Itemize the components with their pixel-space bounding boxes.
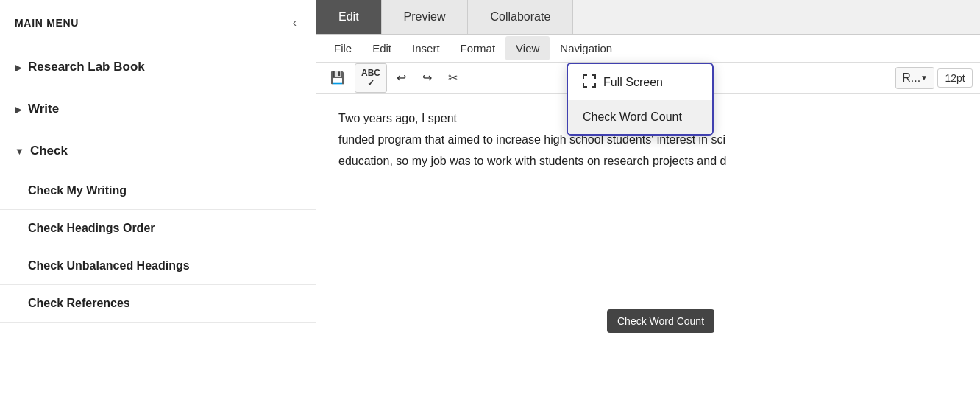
sidebar-item-label: Check [30,144,68,158]
sidebar: MAIN MENU ‹ ▶ Research Lab Book ▶ Write … [0,0,316,408]
sidebar-subitem-label: Check Headings Order [28,222,155,234]
sidebar-subitem-label: Check Unbalanced Headings [28,259,190,272]
sidebar-subitem-label: Check References [28,297,130,309]
tab-preview[interactable]: Preview [382,0,469,34]
menu-navigation[interactable]: Navigation [550,36,622,60]
sidebar-subitem-check-my-writing[interactable]: Check My Writing [0,172,316,210]
menu-format[interactable]: Format [450,36,506,60]
sidebar-subitem-check-references[interactable]: Check References [0,285,316,323]
view-dropdown: Full Screen Check Word Count [567,63,714,136]
scissors-button[interactable]: ✂ [441,66,464,89]
sidebar-subitem-check-unbalanced-headings[interactable]: Check Unbalanced Headings [0,247,316,285]
tab-edit[interactable]: Edit [316,0,382,34]
main-content: Edit Preview Collaborate File Edit Inser… [316,0,980,408]
sidebar-subitem-label: Check My Writing [28,184,127,197]
chevron-right-icon: ▶ [15,62,22,73]
save-button[interactable]: 💾 [324,66,352,89]
sidebar-title: MAIN MENU [15,17,79,29]
spellcheck-icon: ABC✓ [361,68,380,88]
editor-paragraph-3: education, so my job was to work with st… [338,151,958,172]
menubar: File Edit Insert Format View Navigation [316,35,980,63]
fullscreen-icon [583,74,596,90]
font-dropdown[interactable]: R... ▼ [895,67,934,89]
menu-edit[interactable]: Edit [362,36,402,60]
font-size-display: 12pt [937,68,973,88]
save-icon: 💾 [330,71,345,85]
sidebar-header: MAIN MENU ‹ [0,0,316,46]
sidebar-item-check[interactable]: ▼ Check [0,130,316,172]
menu-file[interactable]: File [324,36,362,60]
chevron-down-icon: ▼ [920,74,928,82]
tab-collaborate[interactable]: Collaborate [468,0,573,34]
sidebar-subitem-check-headings-order[interactable]: Check Headings Order [0,210,316,247]
redo-icon: ↪ [422,71,432,85]
chevron-down-icon: ▼ [15,146,24,157]
dropdown-check-word-count[interactable]: Check Word Count [568,100,712,134]
sidebar-item-label: Write [28,102,59,116]
dropdown-fullscreen[interactable]: Full Screen [568,64,712,100]
tabs-bar: Edit Preview Collaborate [316,0,980,35]
menu-view[interactable]: View [505,36,550,60]
sidebar-item-write[interactable]: ▶ Write [0,88,316,130]
undo-icon: ↩ [397,71,406,85]
editor-content[interactable]: Two years ago, I spent math and science … [316,94,980,408]
scissors-icon: ✂ [448,71,458,85]
undo-button[interactable]: ↩ [390,66,413,89]
sidebar-item-research-lab-book[interactable]: ▶ Research Lab Book [0,46,316,88]
sidebar-collapse-button[interactable]: ‹ [288,13,301,32]
chevron-right-icon: ▶ [15,104,22,115]
menu-insert[interactable]: Insert [402,36,450,60]
redo-button[interactable]: ↪ [416,66,438,89]
sidebar-item-label: Research Lab Book [28,60,145,74]
spellcheck-button[interactable]: ABC✓ [355,63,387,93]
